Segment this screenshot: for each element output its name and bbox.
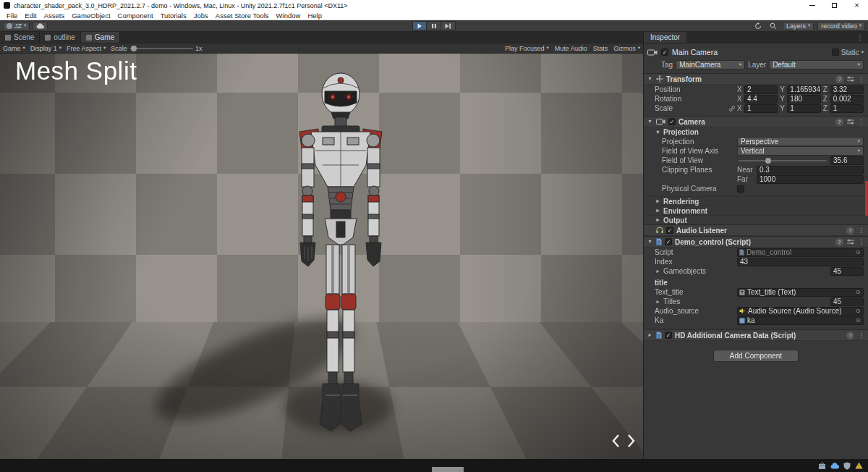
tag-dropdown[interactable]: MainCamera ▾: [676, 60, 745, 69]
scale-slider[interactable]: [129, 48, 193, 49]
object-picker-icon[interactable]: ⊙: [854, 289, 861, 295]
demo-control-header[interactable]: ▾ ✓ Demo_control (Script) ? ⋮: [644, 236, 868, 248]
play-button[interactable]: [412, 21, 427, 30]
undo-history-button[interactable]: [752, 21, 764, 30]
tab-outline[interactable]: outline: [40, 32, 80, 43]
pause-button[interactable]: [427, 21, 441, 30]
kebab-menu-icon[interactable]: ⋮: [858, 118, 864, 125]
text-title-object-field[interactable]: Text_title (Text) ⊙: [737, 288, 864, 297]
projection-dropdown[interactable]: Perspective ▾: [737, 137, 864, 146]
prev-arrow-button[interactable]: [610, 433, 621, 449]
presets-icon[interactable]: [847, 119, 854, 125]
mute-audio-toggle[interactable]: Mute Audio: [555, 45, 587, 52]
hd-camera-data-header[interactable]: ▸ ✓ HD Additional Camera Data (Script) ?…: [644, 329, 868, 341]
static-dropdown-icon[interactable]: ▾: [861, 50, 864, 55]
rotation-z-field[interactable]: 0.002: [830, 95, 864, 104]
menu-item-window[interactable]: Window: [273, 12, 305, 20]
menu-item-gameobject[interactable]: GameObject: [68, 12, 114, 20]
aspect-dropdown[interactable]: Free Aspect ▾: [67, 45, 106, 52]
hd-camera-data-enabled-checkbox[interactable]: ✓: [665, 332, 672, 339]
tab-game[interactable]: Game: [81, 32, 120, 43]
tab-inspector[interactable]: Inspector: [644, 32, 686, 43]
camera-enabled-checkbox[interactable]: ✓: [668, 118, 676, 125]
transform-header[interactable]: ▾ Transform ? ⋮: [644, 73, 868, 85]
menu-item-help[interactable]: Help: [304, 12, 326, 20]
layers-dropdown[interactable]: Layers ▾: [783, 22, 814, 30]
position-x-field[interactable]: 2: [744, 85, 778, 94]
kebab-menu-icon[interactable]: ⋮: [858, 332, 864, 339]
step-button[interactable]: [441, 21, 456, 30]
scale-z-field[interactable]: 1: [830, 104, 864, 113]
fov-field[interactable]: 35.6: [830, 156, 864, 165]
gameobject-enabled-checkbox[interactable]: ✓: [661, 49, 668, 56]
demo-control-enabled-checkbox[interactable]: ✓: [665, 238, 672, 245]
audio-listener-header[interactable]: ✓ Audio Listener ? ⋮: [644, 224, 868, 236]
kebab-menu-icon[interactable]: ⋮: [858, 227, 864, 234]
fov-slider[interactable]: [739, 160, 827, 161]
menu-item-component[interactable]: Component: [114, 12, 157, 20]
help-icon[interactable]: ?: [835, 75, 843, 83]
menu-item-edit[interactable]: Edit: [21, 12, 40, 20]
kebab-menu-icon[interactable]: ⋮: [858, 238, 864, 245]
tray-icon-shield[interactable]: [843, 462, 851, 470]
add-component-button[interactable]: Add Component: [713, 350, 799, 362]
inspector-menu-icon[interactable]: ⋮: [852, 33, 868, 41]
foldout-icon[interactable]: ▾: [647, 119, 653, 125]
ka-object-field[interactable]: ka ⊙: [737, 316, 864, 325]
physical-camera-checkbox[interactable]: [737, 185, 744, 193]
environment-section[interactable]: ▸ Environment: [644, 206, 868, 215]
scale-y-field[interactable]: 1: [787, 104, 820, 113]
account-dropdown[interactable]: JZ ▾: [3, 22, 30, 30]
help-icon[interactable]: ?: [846, 227, 854, 235]
audio-source-object-field[interactable]: Audio Source (Audio Source) ⊙: [737, 307, 864, 316]
tray-icon-package[interactable]: [818, 462, 826, 470]
play-focused-dropdown[interactable]: Play Focused ▾: [505, 45, 549, 52]
fov-axis-dropdown[interactable]: Vertical ▾: [737, 146, 864, 156]
far-field[interactable]: 1000: [757, 175, 864, 184]
link-scale-icon[interactable]: [729, 106, 735, 111]
stats-toggle[interactable]: Stats: [593, 45, 608, 52]
menu-item-jobs[interactable]: Jobs: [190, 12, 212, 20]
menu-item-file[interactable]: File: [3, 12, 21, 20]
display-dropdown[interactable]: Display 1 ▾: [30, 45, 61, 52]
foldout-icon[interactable]: ▸: [655, 299, 661, 305]
rotation-x-field[interactable]: 4.4: [744, 95, 778, 104]
position-y-field[interactable]: 1.165934: [787, 85, 820, 94]
object-picker-icon[interactable]: ⊙: [854, 249, 861, 256]
help-icon[interactable]: ?: [835, 118, 843, 126]
object-picker-icon[interactable]: ⊙: [854, 317, 861, 324]
gameobjects-size-field[interactable]: 45: [830, 267, 864, 276]
tab-scene[interactable]: Scene: [0, 32, 40, 43]
scale-slider-thumb[interactable]: [131, 46, 137, 51]
object-picker-icon[interactable]: ⊙: [854, 308, 861, 314]
position-z-field[interactable]: 3.32: [830, 85, 864, 94]
tray-icon-alert[interactable]: [855, 462, 863, 469]
scale-x-field[interactable]: 1: [744, 104, 778, 113]
foldout-icon[interactable]: ▾: [647, 239, 653, 245]
minimize-button[interactable]: [801, 0, 823, 11]
foldout-icon[interactable]: ▸: [655, 269, 661, 274]
help-icon[interactable]: ?: [846, 332, 854, 340]
tray-icon-cloud[interactable]: [830, 463, 839, 469]
gameobject-name-field[interactable]: Main Camera: [672, 48, 828, 56]
menu-item-assets[interactable]: Assets: [41, 12, 69, 20]
static-checkbox[interactable]: [832, 49, 839, 56]
kebab-menu-icon[interactable]: ⋮: [858, 75, 864, 83]
foldout-icon[interactable]: ▸: [647, 332, 653, 338]
cloud-services-button[interactable]: [33, 22, 48, 30]
menu-item-asset-store-tools[interactable]: Asset Store Tools: [212, 12, 273, 20]
gizmos-dropdown[interactable]: Gizmos ▾: [613, 45, 640, 52]
presets-icon[interactable]: [847, 239, 854, 245]
near-field[interactable]: 0.3: [757, 166, 864, 174]
script-object-field[interactable]: Demo_control ⊙: [737, 248, 864, 257]
projection-section[interactable]: ▾ Projection: [644, 127, 868, 137]
game-view-mode-dropdown[interactable]: Game ▾: [3, 45, 25, 52]
titles-size-field[interactable]: 45: [830, 298, 864, 306]
layout-dropdown[interactable]: record video ▾: [817, 22, 865, 30]
audio-listener-enabled-checkbox[interactable]: ✓: [666, 227, 673, 234]
maximize-button[interactable]: [823, 0, 846, 11]
camera-header[interactable]: ▾ ✓ Camera ? ⋮: [644, 116, 868, 127]
foldout-icon[interactable]: ▾: [647, 76, 653, 82]
game-viewport[interactable]: Mesh Split: [0, 54, 643, 459]
index-field[interactable]: 43: [737, 258, 864, 266]
